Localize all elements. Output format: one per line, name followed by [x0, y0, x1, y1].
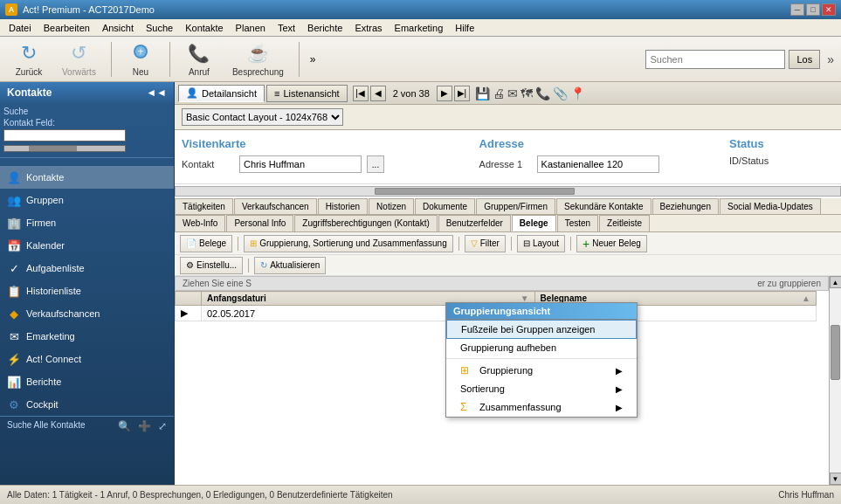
actconnect-icon: ⚡ [7, 352, 21, 366]
belege-btn[interactable]: 📄 Belege [180, 235, 232, 252]
filter-btn[interactable]: ▽ Filter [465, 235, 506, 252]
scroll-up-btn[interactable]: ▲ [830, 276, 842, 288]
tab-historien[interactable]: Historien [318, 198, 368, 214]
id-status-label: ID/Status [729, 155, 769, 166]
tab-sekundaere-kontakte[interactable]: Sekundäre Kontakte [556, 198, 651, 214]
toolbar-expand[interactable]: » [310, 53, 316, 66]
right-scrollbar[interactable]: ▲ ▼ [829, 276, 841, 485]
maximize-btn[interactable]: □ [806, 3, 820, 16]
menu-ansicht[interactable]: Ansicht [97, 21, 139, 35]
context-menu-item-sortierung[interactable]: Sortierung ▶ [446, 380, 637, 397]
sidebar-collapse-icon[interactable]: ◄◄ [146, 86, 167, 99]
forward-button[interactable]: ↺ Vorwärts [54, 37, 104, 81]
sidebar-item-kontakte[interactable]: 👤 Kontakte [0, 166, 174, 189]
sidebar-item-actconnect[interactable]: ⚡ Act! Connect [0, 348, 174, 370]
menu-planen[interactable]: Planen [231, 21, 271, 35]
sidebar-item-berichte[interactable]: 📊 Berichte [0, 370, 174, 393]
scroll-down-btn[interactable]: ▼ [830, 473, 842, 485]
update-btn[interactable]: ↻ Aktualisieren [254, 257, 326, 274]
list-view-btn[interactable]: ≡ Listenansicht [266, 85, 348, 102]
tab-beziehungen[interactable]: Beziehungen [652, 198, 719, 214]
save-icon[interactable]: 💾 [475, 86, 490, 100]
tab-benutzerfelder[interactable]: Benutzerfelder [438, 215, 511, 231]
phone-icon[interactable]: 📞 [535, 86, 550, 100]
close-btn[interactable]: ✕ [822, 3, 836, 16]
sidebar-search-icon[interactable]: 🔍 [118, 420, 131, 432]
sidebar-item-aufgabenliste[interactable]: ✓ Aufgabenliste [0, 257, 174, 280]
tab-zugriffsberechtigungen[interactable]: Zugriffsberechtigungen (Kontakt) [294, 215, 437, 231]
sidebar-expand-icon[interactable]: ⤢ [158, 420, 167, 432]
minimize-btn[interactable]: ─ [790, 3, 804, 16]
tab-web-info[interactable]: Web-Info [175, 215, 225, 231]
grouping-btn[interactable]: ⊞ Gruppierung, Sortierung und Zusammenfa… [244, 235, 453, 252]
tab-verkaufschancen[interactable]: Verkaufschancen [234, 198, 317, 214]
menu-text[interactable]: Text [272, 21, 300, 35]
menu-emarketing[interactable]: Emarketing [389, 21, 449, 35]
prev-record-btn[interactable]: ◀ [370, 86, 386, 101]
layout-btn[interactable]: ⊟ Layout [517, 235, 565, 252]
last-record-btn[interactable]: ▶| [454, 86, 470, 101]
context-menu-item-gruppierung[interactable]: ⊞ Gruppierung ▶ [446, 361, 637, 380]
sidebar-item-gruppen[interactable]: 👥 Gruppen [0, 189, 174, 211]
tab-taetigkeiten[interactable]: Tätigkeiten [175, 198, 233, 214]
cockpit-icon: ⚙ [7, 397, 21, 411]
settings-icon: ⚙ [186, 260, 194, 270]
menu-bearbeiten[interactable]: Bearbeiten [38, 21, 95, 35]
detail-view-btn[interactable]: 👤 Detailansicht [178, 85, 265, 102]
next-record-btn[interactable]: ▶ [437, 86, 452, 101]
context-menu-item-aufheben[interactable]: Gruppierung aufheben [446, 339, 637, 356]
belege-sep-3 [511, 237, 512, 251]
attach-icon[interactable]: 📎 [553, 86, 568, 100]
menu-hilfe[interactable]: Hilfe [450, 21, 479, 35]
menu-berichte[interactable]: Berichte [302, 21, 348, 35]
search-input[interactable] [645, 50, 785, 69]
print-icon[interactable]: 🖨 [493, 86, 505, 100]
sidebar-item-verkaufschancen[interactable]: ◆ Verkaufschancen [0, 302, 174, 325]
tab-notizen[interactable]: Notizen [369, 198, 414, 214]
call-button[interactable]: 📞 Anruf [177, 37, 221, 81]
sidebar-header: Kontakte ◄◄ [0, 82, 174, 103]
menu-kontakte[interactable]: Kontakte [180, 21, 228, 35]
sidebar-item-historienliste[interactable]: 📋 Historienliste [0, 280, 174, 302]
status-bar: Alle Daten: 1 Tätigkeit - 1 Anruf, 0 Bes… [0, 485, 841, 504]
menu-suche[interactable]: Suche [141, 21, 178, 35]
col-anfangsdatum[interactable] [176, 292, 202, 306]
layout-select[interactable]: Basic Contact Layout - 1024x768 [182, 108, 343, 126]
title-bar-controls[interactable]: ─ □ ✕ [790, 3, 836, 16]
context-menu-item-fusszeile[interactable]: Fußzeile bei Gruppen anzeigen [446, 320, 637, 339]
map-icon[interactable]: 🗺 [520, 86, 533, 100]
sidebar-item-firmen[interactable]: 🏢 Firmen [0, 211, 174, 234]
tab-belege[interactable]: Belege [512, 215, 556, 231]
adresse1-input[interactable] [537, 155, 659, 173]
sidebar-item-kalender[interactable]: 📅 Kalender [0, 234, 174, 257]
sidebar-item-cockpit[interactable]: ⚙ Cockpit [0, 393, 174, 416]
row-expand[interactable]: ▶ [176, 306, 202, 321]
settings-btn[interactable]: ⚙ Einstellu... [180, 257, 243, 274]
first-record-btn[interactable]: |◀ [353, 86, 369, 101]
context-menu-item-zusammenfassung[interactable]: Σ Zusammenfassung ▶ [446, 397, 637, 417]
new-beleg-btn[interactable]: + Neuer Beleg [576, 235, 647, 252]
kontakt-picker-btn[interactable]: ... [367, 155, 384, 173]
sidebar-add-icon[interactable]: ➕ [138, 420, 151, 432]
meeting-button[interactable]: ☕ Besprechung [224, 37, 292, 81]
tab-gruppen-firmen[interactable]: Gruppen/Firmen [476, 198, 555, 214]
sidebar-item-emarketing[interactable]: ✉ Emarketing [0, 325, 174, 348]
search-expand-icon[interactable]: » [827, 52, 834, 66]
horizontal-scrollbar[interactable] [175, 186, 841, 197]
menu-extras[interactable]: Extras [349, 21, 387, 35]
tab-testen[interactable]: Testen [557, 215, 598, 231]
search-button[interactable]: Los [789, 50, 820, 69]
kontakt-input[interactable] [239, 155, 362, 173]
tab-zeitleiste[interactable]: Zeitleiste [599, 215, 650, 231]
email-icon[interactable]: ✉ [507, 86, 518, 100]
sidebar-search-input[interactable] [3, 129, 126, 142]
menu-datei[interactable]: Datei [3, 21, 37, 35]
tab-personal-info[interactable]: Personal Info [226, 215, 293, 231]
location-icon[interactable]: 📍 [570, 86, 585, 100]
tab-dokumente[interactable]: Dokumente [415, 198, 475, 214]
tab-social-media[interactable]: Social Media-Updates [720, 198, 821, 214]
new-button[interactable]: + Neu [119, 37, 162, 81]
back-button[interactable]: ↻ Zurück [7, 37, 51, 81]
sidebar-scrollbar[interactable] [3, 145, 126, 152]
sidebar-footer: Suche Alle Kontakte 🔍 ➕ ⤢ [0, 416, 174, 436]
